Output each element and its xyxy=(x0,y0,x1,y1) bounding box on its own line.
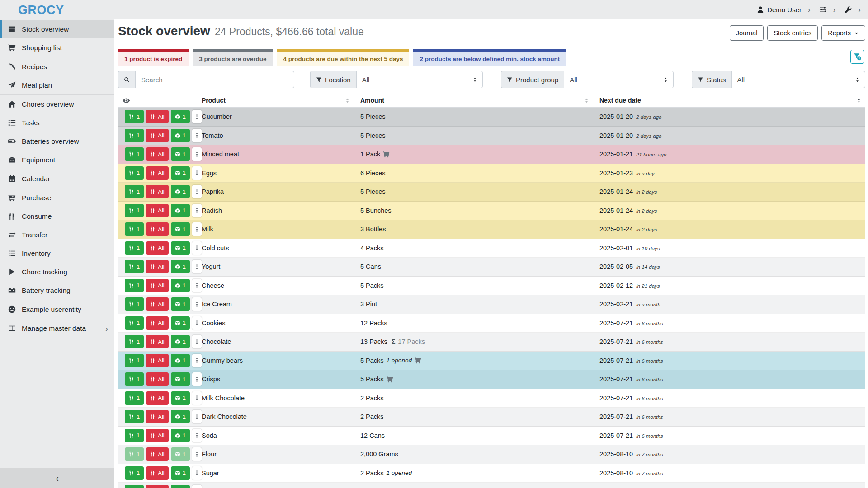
sidebar-item-shopping-list[interactable]: Shopping list xyxy=(0,38,114,57)
sidebar-item-battery-tracking[interactable]: Battery tracking xyxy=(0,281,114,300)
open-one-button[interactable]: 1 xyxy=(171,410,190,423)
sidebar-item-chore-tracking[interactable]: Chore tracking xyxy=(0,263,114,281)
column-header-next-due-date[interactable]: Next due date xyxy=(599,94,865,107)
sidebar-item-calendar[interactable]: Calendar xyxy=(0,169,114,188)
open-one-button[interactable]: 1 xyxy=(171,166,190,180)
clear-filters-button[interactable] xyxy=(850,50,864,64)
column-header-amount[interactable]: Amount xyxy=(360,94,599,107)
consume-one-button[interactable]: 1 xyxy=(125,279,144,292)
consume-all-button[interactable]: All xyxy=(146,297,168,311)
consume-all-button[interactable]: All xyxy=(146,429,168,442)
consume-one-button[interactable]: 1 xyxy=(125,260,144,273)
row-menu-button[interactable] xyxy=(192,466,202,480)
stock-entries-button[interactable]: Stock entries xyxy=(767,25,818,41)
column-visibility-toggle[interactable] xyxy=(118,94,202,107)
row-menu-button[interactable] xyxy=(192,485,202,488)
status-badge-belowmin[interactable]: 2 products are below defined min. stock … xyxy=(413,49,566,66)
consume-one-button[interactable]: 1 xyxy=(125,241,144,255)
consume-one-button[interactable]: 1 xyxy=(125,185,144,198)
sidebar-item-manage-master-data[interactable]: Manage master data› xyxy=(0,319,114,338)
consume-one-button[interactable]: 1 xyxy=(125,410,144,423)
row-menu-button[interactable] xyxy=(192,147,202,161)
consume-one-button[interactable]: 1 xyxy=(125,391,144,405)
admin-menu[interactable]: › xyxy=(844,5,861,14)
consume-all-button[interactable]: All xyxy=(146,391,168,405)
consume-all-button[interactable]: All xyxy=(146,335,168,348)
row-menu-button[interactable] xyxy=(192,297,202,311)
row-menu-button[interactable] xyxy=(192,447,202,461)
consume-one-button[interactable]: 1 xyxy=(125,466,144,480)
consume-all-button[interactable]: All xyxy=(146,166,168,180)
sidebar-item-batteries-overview[interactable]: Batteries overview xyxy=(0,132,114,150)
sidebar-item-transfer[interactable]: Transfer xyxy=(0,225,114,244)
consume-one-button[interactable]: 1 xyxy=(125,447,144,461)
consume-one-button[interactable]: 1 xyxy=(125,110,144,123)
row-menu-button[interactable] xyxy=(192,222,202,236)
status-badge-overdue[interactable]: 3 products are overdue xyxy=(193,49,273,66)
sidebar-item-purchase[interactable]: Purchase xyxy=(0,188,114,207)
sidebar-item-equipment[interactable]: Equipment xyxy=(0,150,114,169)
open-one-button[interactable]: 1 xyxy=(171,447,190,461)
row-menu-button[interactable] xyxy=(192,204,202,217)
row-menu-button[interactable] xyxy=(192,429,202,442)
row-menu-button[interactable] xyxy=(192,279,202,292)
open-one-button[interactable]: 1 xyxy=(171,391,190,405)
consume-one-button[interactable]: 1 xyxy=(125,129,144,142)
status-select[interactable]: All xyxy=(731,71,865,88)
consume-one-button[interactable]: 1 xyxy=(125,166,144,180)
row-menu-button[interactable] xyxy=(192,110,202,123)
user-menu[interactable]: Demo User › xyxy=(757,5,811,14)
sidebar-item-chores-overview[interactable]: Chores overview xyxy=(0,95,114,113)
open-one-button[interactable]: 1 xyxy=(171,466,190,480)
open-one-button[interactable]: 1 xyxy=(171,335,190,348)
sidebar-item-consume[interactable]: Consume xyxy=(0,207,114,225)
consume-all-button[interactable]: All xyxy=(146,222,168,236)
open-one-button[interactable]: 1 xyxy=(171,260,190,273)
consume-all-button[interactable]: All xyxy=(146,185,168,198)
product-group-select[interactable]: All xyxy=(564,71,674,88)
app-logo[interactable]: GROCY xyxy=(0,0,114,20)
row-menu-button[interactable] xyxy=(192,410,202,423)
open-one-button[interactable]: 1 xyxy=(171,297,190,311)
row-menu-button[interactable] xyxy=(192,260,202,273)
open-one-button[interactable]: 1 xyxy=(171,279,190,292)
consume-one-button[interactable]: 1 xyxy=(125,222,144,236)
sidebar-item-inventory[interactable]: Inventory xyxy=(0,244,114,263)
consume-one-button[interactable]: 1 xyxy=(125,204,144,217)
column-header-product[interactable]: Product xyxy=(202,94,360,107)
row-menu-button[interactable] xyxy=(192,129,202,142)
consume-all-button[interactable]: All xyxy=(146,466,168,480)
consume-one-button[interactable]: 1 xyxy=(125,354,144,367)
sidebar-collapse-button[interactable]: ‹ xyxy=(0,468,114,488)
row-menu-button[interactable] xyxy=(192,185,202,198)
open-one-button[interactable]: 1 xyxy=(171,185,190,198)
row-menu-button[interactable] xyxy=(192,316,202,330)
row-menu-button[interactable] xyxy=(192,354,202,367)
consume-all-button[interactable]: All xyxy=(146,354,168,367)
consume-all-button[interactable]: All xyxy=(146,372,168,386)
sidebar-item-recipes[interactable]: Recipes xyxy=(0,57,114,76)
reports-button[interactable]: Reports xyxy=(821,25,865,41)
consume-one-button[interactable]: 1 xyxy=(125,429,144,442)
consume-all-button[interactable]: All xyxy=(146,447,168,461)
sidebar-item-stock-overview[interactable]: Stock overview xyxy=(0,20,114,38)
consume-one-button[interactable]: 1 xyxy=(125,372,144,386)
consume-one-button[interactable]: 1 xyxy=(125,485,144,488)
row-menu-button[interactable] xyxy=(192,391,202,405)
row-menu-button[interactable] xyxy=(192,372,202,386)
consume-all-button[interactable]: All xyxy=(146,279,168,292)
consume-all-button[interactable]: All xyxy=(146,110,168,123)
sidebar-item-tasks[interactable]: Tasks xyxy=(0,113,114,132)
status-badge-duesoon[interactable]: 4 products are due within the next 5 day… xyxy=(277,49,410,66)
open-one-button[interactable]: 1 xyxy=(171,222,190,236)
consume-one-button[interactable]: 1 xyxy=(125,316,144,330)
consume-all-button[interactable]: All xyxy=(146,129,168,142)
settings-menu[interactable]: › xyxy=(820,5,836,14)
open-one-button[interactable]: 1 xyxy=(171,129,190,142)
consume-all-button[interactable]: All xyxy=(146,260,168,273)
open-one-button[interactable]: 1 xyxy=(171,485,190,488)
consume-all-button[interactable]: All xyxy=(146,147,168,161)
consume-all-button[interactable]: All xyxy=(146,241,168,255)
open-one-button[interactable]: 1 xyxy=(171,241,190,255)
open-one-button[interactable]: 1 xyxy=(171,429,190,442)
